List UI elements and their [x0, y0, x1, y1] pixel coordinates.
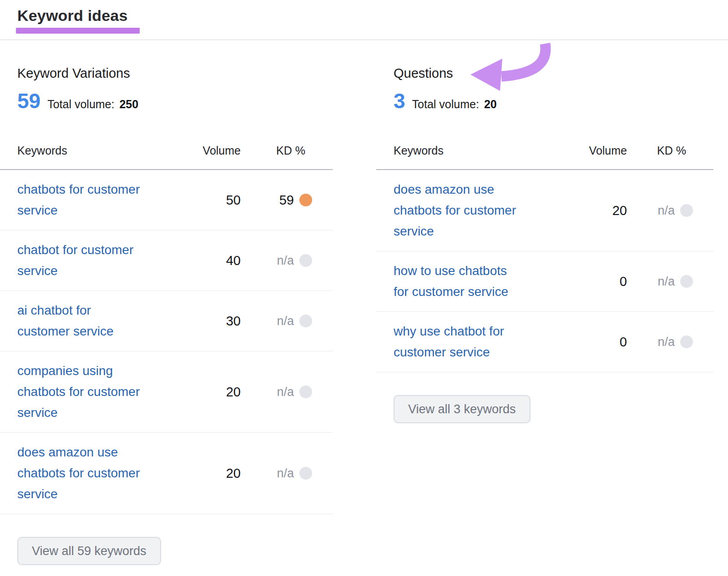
keyword-ideas-panel: Keyword Variations 59 Total volume: 250 … [0, 40, 728, 565]
keyword-count: 59 [17, 90, 40, 112]
volume-value: 20 [226, 466, 241, 481]
column-header-kd: KD % [248, 144, 333, 169]
kd-cell: n/a [629, 204, 713, 218]
section-heading: Questions [394, 65, 713, 81]
section-stats: 59 Total volume: 250 [17, 90, 333, 112]
keyword-count: 3 [394, 90, 405, 112]
section-questions: Questions 3 Total volume: 20 Keywords Vo… [376, 40, 713, 423]
view-all-keywords-button[interactable]: View all 59 keywords [17, 537, 161, 565]
table-body: does amazon usechatbots for customerserv… [376, 170, 713, 372]
volume-cell: 50 [196, 193, 248, 208]
kd-difficulty-dot-icon [299, 315, 312, 327]
keyword-link[interactable]: why use chatbot forcustomer service [394, 321, 504, 363]
keyword-cell: ai chatbot forcustomer service [0, 300, 196, 342]
questions-table: Keywords Volume KD % does amazon usechat… [376, 144, 713, 372]
section-stats: 3 Total volume: 20 [394, 90, 713, 112]
keyword-link[interactable]: does amazon usechatbots for customerserv… [394, 179, 516, 242]
keyword-row: does amazon usechatbots for customerserv… [376, 170, 713, 251]
column-header-kd: KD % [629, 144, 713, 169]
kd-cell: 59 [248, 193, 333, 208]
keyword-row: does amazon usechatbots for customerserv… [0, 433, 333, 514]
kd-value: n/a [657, 335, 675, 349]
volume-cell: 0 [576, 274, 629, 289]
volume-value: 0 [620, 274, 627, 289]
kd-difficulty-dot-icon [299, 467, 312, 480]
kd-cell: n/a [248, 385, 333, 399]
keyword-cell: how to use chatbotsfor customer service [376, 260, 576, 302]
kd-cell: n/a [248, 254, 333, 268]
keyword-cell: does amazon usechatbots for customerserv… [0, 442, 196, 505]
volume-value: 40 [226, 253, 241, 268]
total-volume-label: Total volume: [412, 98, 479, 111]
kd-difficulty-dot-icon [299, 254, 312, 267]
kd-cell: n/a [248, 314, 333, 328]
keyword-link[interactable]: how to use chatbotsfor customer service [394, 260, 508, 302]
keyword-cell: chatbots for customerservice [0, 179, 196, 221]
volume-cell: 30 [196, 314, 248, 329]
column-header-volume: Volume [196, 144, 248, 169]
keyword-link[interactable]: companies usingchatbots for customerserv… [17, 361, 140, 423]
volume-value: 50 [226, 193, 241, 207]
column-header-keywords: Keywords [376, 144, 576, 169]
keyword-cell: why use chatbot forcustomer service [376, 321, 576, 363]
keyword-cell: does amazon usechatbots for customerserv… [376, 179, 576, 242]
section-heading: Keyword Variations [17, 65, 333, 81]
keyword-variations-table: Keywords Volume KD % chatbots for custom… [0, 144, 333, 514]
total-volume-value: 250 [119, 98, 138, 111]
keyword-row: ai chatbot forcustomer service 30 n/a [0, 291, 333, 351]
keyword-row: chatbots for customerservice 50 59 [0, 170, 333, 230]
keyword-cell: companies usingchatbots for customerserv… [0, 361, 196, 423]
kd-value: 59 [279, 193, 294, 208]
kd-difficulty-dot-icon [680, 275, 693, 288]
kd-value: n/a [277, 254, 294, 268]
kd-cell: n/a [629, 335, 713, 349]
volume-cell: 20 [196, 466, 248, 481]
keyword-link[interactable]: chatbots for customerservice [17, 179, 140, 221]
keyword-link[interactable]: does amazon usechatbots for customerserv… [17, 442, 140, 505]
kd-value: n/a [277, 314, 294, 328]
column-header-volume: Volume [576, 144, 629, 169]
view-all-keywords-button[interactable]: View all 3 keywords [394, 395, 531, 423]
kd-value: n/a [657, 204, 675, 218]
volume-value: 30 [226, 314, 241, 328]
keyword-link[interactable]: ai chatbot forcustomer service [17, 300, 114, 342]
table-header-row: Keywords Volume KD % [0, 144, 333, 170]
table-header-row: Keywords Volume KD % [376, 144, 713, 170]
volume-value: 0 [620, 335, 627, 349]
page-title: Keyword ideas [17, 6, 728, 25]
total-volume-label: Total volume: [47, 98, 114, 111]
keyword-row: why use chatbot forcustomer service 0 n/… [376, 312, 713, 372]
kd-difficulty-dot-icon [299, 194, 312, 206]
volume-cell: 0 [576, 335, 629, 350]
volume-value: 20 [612, 203, 627, 218]
column-header-keywords: Keywords [0, 144, 196, 169]
kd-difficulty-dot-icon [680, 336, 693, 348]
table-body: chatbots for customerservice 50 59 chatb… [0, 170, 333, 514]
keyword-link[interactable]: chatbot for customerservice [17, 240, 133, 281]
total-volume-value: 20 [484, 98, 497, 111]
kd-value: n/a [277, 466, 294, 481]
keyword-row: chatbot for customerservice 40 n/a [0, 230, 333, 291]
kd-difficulty-dot-icon [680, 204, 693, 217]
volume-cell: 20 [576, 203, 629, 218]
page-header: Keyword ideas [0, 0, 728, 34]
kd-cell: n/a [248, 466, 333, 481]
volume-cell: 20 [196, 385, 248, 400]
kd-value: n/a [277, 385, 294, 399]
kd-cell: n/a [629, 275, 713, 289]
purple-highlight-underline [16, 28, 140, 34]
keyword-row: how to use chatbotsfor customer service … [376, 251, 713, 312]
keyword-row: companies usingchatbots for customerserv… [0, 351, 333, 433]
kd-value: n/a [657, 275, 675, 289]
keyword-cell: chatbot for customerservice [0, 240, 196, 281]
kd-difficulty-dot-icon [299, 386, 312, 398]
volume-cell: 40 [196, 253, 248, 268]
section-keyword-variations: Keyword Variations 59 Total volume: 250 … [0, 40, 333, 565]
volume-value: 20 [226, 385, 241, 399]
